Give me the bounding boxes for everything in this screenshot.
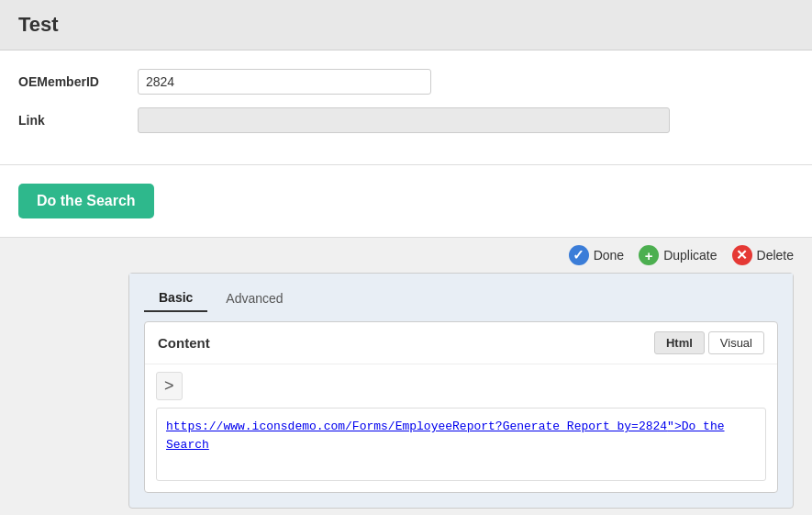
inner-content-box: Content Html Visual > https://www.iconsd… (144, 321, 778, 493)
oemember-input[interactable] (138, 69, 431, 95)
search-button-area: Do the Search (0, 165, 812, 238)
code-url: https://www.iconsdemo.com/Forms/Employee… (166, 420, 667, 433)
done-label: Done (594, 248, 624, 263)
html-toolbar: > (156, 372, 183, 400)
delete-icon: ✕ (732, 245, 752, 265)
form-section: OEMemberID Link (0, 50, 812, 165)
link-row: Link (18, 107, 794, 133)
search-button[interactable]: Do the Search (18, 184, 154, 218)
content-header: Content Html Visual (145, 322, 777, 364)
visual-view-button[interactable]: Visual (708, 331, 764, 354)
tab-basic[interactable]: Basic (144, 285, 207, 312)
oemember-row: OEMemberID (18, 69, 794, 95)
tab-bar: Basic Advanced (129, 274, 793, 312)
duplicate-icon: + (639, 245, 659, 265)
link-input[interactable] (138, 107, 670, 133)
link-label: Link (18, 113, 138, 128)
page-wrapper: Test OEMemberID Link Do the Search ✓ Don… (0, 0, 812, 515)
duplicate-label: Duplicate (663, 248, 717, 263)
page-header: Test (0, 0, 812, 50)
duplicate-button[interactable]: + Duplicate (639, 245, 717, 265)
oemember-label: OEMemberID (18, 74, 138, 89)
content-panel: Basic Advanced Content Html Visual > htt… (128, 273, 794, 509)
html-editor-area: > https://www.iconsdemo.com/Forms/Employ… (145, 364, 777, 492)
tab-advanced[interactable]: Advanced (211, 285, 297, 312)
done-button[interactable]: ✓ Done (569, 245, 624, 265)
done-icon: ✓ (569, 245, 589, 265)
view-toggle: Html Visual (654, 331, 764, 354)
html-view-button[interactable]: Html (654, 331, 705, 354)
delete-button[interactable]: ✕ Delete (732, 245, 794, 265)
code-part1: https://www.iconsdemo.com/Forms/Employee… (166, 420, 667, 433)
page-title: Test (18, 13, 794, 37)
toolbar-chevron-icon: > (164, 376, 174, 395)
html-code-block[interactable]: https://www.iconsdemo.com/Forms/Employee… (156, 408, 766, 481)
delete-label: Delete (757, 248, 794, 263)
content-title: Content (158, 335, 210, 351)
action-bar: ✓ Done + Duplicate ✕ Delete (0, 238, 812, 273)
